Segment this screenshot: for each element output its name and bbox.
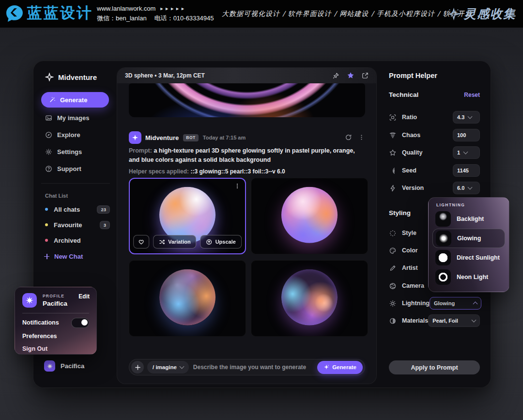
generated-image-partial[interactable]	[129, 83, 365, 117]
command-selector[interactable]: / imagine	[147, 361, 189, 373]
kebab-menu-icon[interactable]	[358, 134, 365, 141]
lightning-option-neon-light[interactable]: Neon Light	[432, 267, 505, 287]
chat-list-archived[interactable]: Archived	[41, 234, 114, 246]
app-name: Midventure	[58, 73, 97, 81]
chaos-row: Chaos 100	[389, 129, 480, 141]
notifications-label: Notifications	[22, 319, 59, 326]
lightning-dropdown-open[interactable]: Glowing	[430, 297, 481, 310]
message-timestamp: Today at 7:15 am	[203, 135, 246, 140]
image-tile-1-selected[interactable]: Variation Upscale	[129, 178, 246, 254]
arrow-up-circle-icon	[206, 239, 213, 245]
upscale-button[interactable]: Upscale	[200, 235, 242, 249]
panel-title: Prompt Helper	[389, 72, 437, 79]
banner-contact: www.lanlanwork.com►►►►► 微信：ben_lanlan电话：…	[97, 4, 214, 23]
new-chat-button[interactable]: New Chat	[41, 250, 114, 262]
variation-label: Variation	[168, 239, 190, 245]
technical-section-header: Technical Reset	[389, 91, 480, 98]
wechat-contact: 微信：ben_lanlan	[97, 14, 147, 23]
lanlan-logo-icon	[5, 4, 24, 23]
plus-icon	[44, 254, 49, 259]
message-header: Midventure BOT Today at 7:15 am	[145, 131, 246, 144]
option-label: Direct Sunlight	[457, 254, 500, 261]
popup-divider	[22, 313, 89, 313]
regenerate-icon[interactable]	[345, 134, 352, 141]
sidebar-item-label: Explore	[57, 131, 80, 139]
seed-value: 1145	[457, 168, 469, 173]
sign-out-label: Sign Out	[22, 345, 47, 352]
edit-profile-button[interactable]: Edit	[78, 293, 90, 300]
inspiration-brand-text: 灵感收集	[464, 6, 516, 22]
star-favourite-icon[interactable]	[347, 72, 354, 79]
lightning-label: Lightning	[402, 300, 430, 307]
star-icon	[47, 363, 53, 369]
lightning-option-direct-sunlight[interactable]: Direct Sunlight	[432, 248, 505, 267]
prompt-text-input[interactable]	[192, 363, 314, 371]
specs-text: ::3 glowing::5 pearl::3 foil::3--v 6.0	[190, 168, 285, 175]
add-attachment-button[interactable]	[131, 361, 144, 373]
chat-list-favourite[interactable]: Favourite 3	[41, 219, 114, 231]
sidebar-item-generate[interactable]: Generate	[41, 92, 109, 108]
notifications-row: Notifications	[22, 317, 89, 328]
chat-list-label: Archived	[54, 237, 81, 244]
chaos-input[interactable]: 100	[453, 129, 480, 141]
profile-section-label: PROFILE	[43, 294, 64, 298]
yellow-dot-icon	[45, 223, 48, 226]
profile-name: Pacifica	[43, 300, 67, 307]
sidebar-item-settings[interactable]: Settings	[41, 145, 118, 158]
sign-out-item[interactable]: Sign Out	[22, 343, 89, 354]
variation-button[interactable]: Variation	[153, 235, 196, 249]
heart-icon	[138, 239, 144, 245]
version-bolt-icon	[389, 185, 397, 192]
direct-sunlight-thumbnail	[435, 250, 451, 265]
image-tile-4[interactable]	[251, 260, 368, 337]
sidebar-user[interactable]: Pacifica	[44, 360, 84, 372]
open-external-icon[interactable]	[362, 72, 369, 79]
prompt-input-bar: / imagine Generate	[129, 359, 365, 375]
chevron-down-icon	[472, 318, 477, 323]
glowing-thumbnail	[436, 231, 451, 246]
bot-avatar	[129, 131, 141, 144]
sidebar-item-my-images[interactable]: My images	[41, 111, 118, 124]
sidebar-item-support[interactable]: Support	[41, 162, 118, 175]
chat-list-all-chats[interactable]: All chats 23	[41, 203, 114, 215]
quality-star-icon	[389, 149, 397, 156]
lightning-option-glowing-selected[interactable]: Glowing	[432, 229, 505, 248]
blue-dot-icon	[45, 208, 48, 211]
ratio-row: Ratio 4.3	[389, 111, 480, 124]
materials-dropdown[interactable]: Pearl, Foil	[428, 314, 480, 327]
version-dropdown[interactable]: 6.0	[453, 182, 480, 194]
avatar	[44, 360, 55, 372]
style-dots-icon	[389, 230, 397, 237]
sparkle-icon	[323, 364, 329, 370]
reset-button[interactable]: Reset	[464, 92, 480, 98]
seed-input[interactable]: 1145	[453, 164, 480, 177]
color-label: Color	[402, 247, 418, 254]
site-url[interactable]: www.lanlanwork.com	[97, 4, 155, 14]
preferences-item[interactable]: Preferences	[22, 331, 89, 342]
sidebar-item-label: Support	[57, 165, 81, 172]
quality-dropdown[interactable]: 1	[453, 146, 480, 159]
star-icon	[26, 296, 33, 304]
generate-button[interactable]: Generate	[317, 361, 363, 374]
ratio-dropdown[interactable]: 4.3	[453, 111, 480, 124]
technical-title: Technical	[389, 91, 418, 98]
chat-title: 3D sphere • 3 Mar, 12pm CET	[125, 72, 205, 79]
option-label: Backlight	[457, 216, 484, 222]
upscale-label: Upscale	[215, 239, 236, 245]
image-tile-2[interactable]	[251, 178, 368, 254]
prompt-text: a high-texture pearl 3D sphere glowing s…	[129, 147, 355, 163]
star-compass-icon	[447, 8, 460, 20]
favourite-heart-button[interactable]	[133, 235, 149, 249]
sidebar-item-explore[interactable]: Explore	[41, 128, 118, 141]
count-badge: 23	[97, 205, 110, 214]
image-tile-3[interactable]	[129, 260, 246, 337]
seed-row: Seed 1145	[389, 164, 480, 177]
palette-icon	[389, 247, 397, 254]
notifications-toggle-on[interactable]	[71, 318, 89, 328]
lightning-option-backlight[interactable]: Backlight	[432, 209, 505, 229]
chat-list-label: Favourite	[54, 221, 82, 229]
ratio-label: Ratio	[402, 114, 417, 121]
pin-icon[interactable]	[332, 72, 339, 79]
kebab-menu-icon[interactable]	[234, 183, 240, 189]
apply-to-prompt-button[interactable]: Apply to Prompt	[389, 360, 480, 374]
